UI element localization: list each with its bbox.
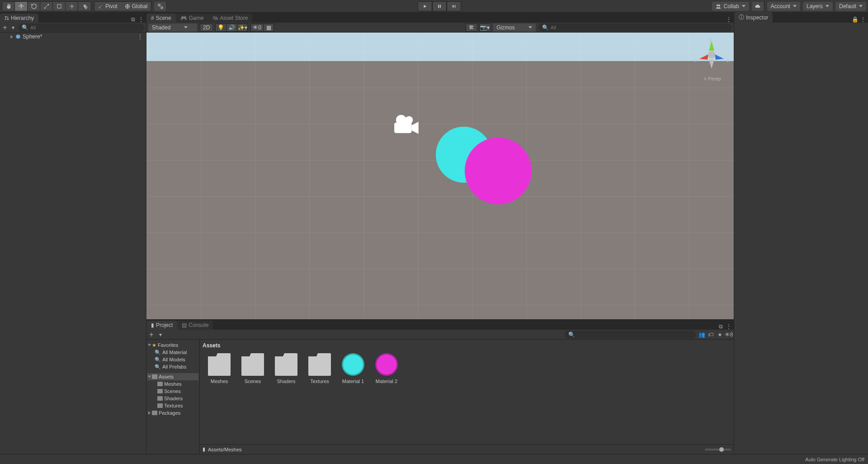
tree-packages[interactable]: Packages <box>147 409 198 417</box>
pivot-toggle[interactable]: Pivot <box>94 2 121 11</box>
asset-item[interactable]: Material 2 <box>375 353 398 384</box>
tree-fav-all-prefabs[interactable]: 🔍All Prefabs <box>147 363 198 370</box>
project-hidden-toggle[interactable]: 👁8 <box>726 331 732 338</box>
tab-hierarchy[interactable]: Hierarchy <box>0 14 38 23</box>
expand-arrow-icon[interactable] <box>11 35 13 38</box>
tree-favorites[interactable]: ★Favorites <box>147 341 198 349</box>
hierarchy-search-input[interactable] <box>30 25 141 30</box>
info-icon: ⓘ <box>739 14 744 21</box>
account-dropdown[interactable]: Account <box>767 2 800 11</box>
rotate-tool[interactable] <box>28 2 40 11</box>
scene-search-input[interactable] <box>551 25 728 30</box>
play-button[interactable] <box>418 1 432 11</box>
asset-item[interactable]: Scenes <box>241 353 264 384</box>
scene-fx-toggle[interactable]: ✨▾ <box>237 24 248 32</box>
project-add-dropdown-icon[interactable]: ▾ <box>157 331 164 338</box>
asset-item[interactable]: Meshes <box>208 353 231 384</box>
svg-marker-19 <box>715 54 724 60</box>
inspector-menu-icon[interactable]: ⋮ <box>860 16 866 23</box>
search-icon: 🔍 <box>22 24 28 31</box>
scale-tool[interactable] <box>40 2 53 11</box>
cloud-button[interactable] <box>752 2 764 11</box>
project-favorite-icon[interactable]: ★ <box>717 331 723 338</box>
folder-icon <box>157 403 163 408</box>
scene-camera-settings[interactable]: 🛠 <box>466 24 476 32</box>
tab-game[interactable]: 🎮 Game <box>176 14 208 23</box>
project-filter-type-icon[interactable]: 👥 <box>698 331 705 338</box>
collab-icon <box>716 4 721 9</box>
hierarchy-item[interactable]: Sphere* ⋮ <box>0 33 146 41</box>
inspector-lock-icon[interactable]: 🔒 <box>852 16 858 23</box>
hierarchy-search[interactable]: 🔍 <box>18 24 144 32</box>
scene-viewport[interactable]: x y z ≡ Persp <box>146 33 734 319</box>
pause-button[interactable] <box>432 1 447 11</box>
toggle-2d[interactable]: 2D <box>200 24 212 32</box>
tree-assets-scenes[interactable]: Scenes <box>147 388 198 395</box>
project-thumbnail-slider[interactable] <box>705 449 731 450</box>
rect-tool[interactable] <box>53 2 66 11</box>
folder-icon: ▮ <box>203 446 205 452</box>
project-search-input[interactable] <box>575 331 692 338</box>
tab-inspector[interactable]: ⓘ Inspector <box>734 12 773 23</box>
tree-assets[interactable]: Assets <box>147 373 198 380</box>
project-add-button[interactable]: + <box>148 331 155 338</box>
inspector-panel: ⓘ Inspector 🔒 ⋮ <box>734 13 868 454</box>
scene-grid <box>146 33 734 319</box>
asset-item[interactable]: Material 1 <box>342 353 364 384</box>
project-filter-label-icon[interactable]: 🏷 <box>708 331 714 338</box>
folder-thumb <box>308 353 331 376</box>
scene-view-toggle[interactable]: 📷▾ <box>479 24 490 32</box>
scene-audio-toggle[interactable]: 🔊 <box>226 24 237 32</box>
hierarchy-popout-icon[interactable]: ⧉ <box>130 16 136 23</box>
hierarchy-menu-icon[interactable]: ⋮ <box>138 16 144 23</box>
orientation-gizmo[interactable]: x y z <box>696 39 727 71</box>
step-button[interactable] <box>447 1 461 11</box>
tab-console[interactable]: ▤ Console <box>177 321 213 330</box>
gizmos-dropdown[interactable]: Gizmos <box>493 24 536 32</box>
game-tab-label: Game <box>189 15 204 21</box>
project-popout-icon[interactable]: ⧉ <box>717 323 724 330</box>
project-menu-icon[interactable]: ⋮ <box>726 323 732 330</box>
custom-tool[interactable] <box>78 2 91 11</box>
tree-fav-all-materials[interactable]: 🔍All Material <box>147 349 198 356</box>
tab-project[interactable]: ▮ Project <box>146 321 177 330</box>
tree-assets-shaders[interactable]: Shaders <box>147 395 198 402</box>
transform-combined-tool[interactable] <box>66 2 78 11</box>
hierarchy-item-menu-icon[interactable]: ⋮ <box>137 33 143 40</box>
scene-menu-icon[interactable]: ⋮ <box>726 16 732 23</box>
project-search[interactable]: 🔍 <box>565 331 696 339</box>
hidden-count: 0 <box>258 24 261 31</box>
svg-rect-4 <box>158 4 160 6</box>
project-breadcrumb[interactable]: Assets <box>200 340 734 351</box>
scene-search[interactable]: 🔍 <box>538 24 732 32</box>
tab-scene[interactable]: # Scene <box>146 14 176 23</box>
projection-label[interactable]: ≡ Persp <box>704 76 721 81</box>
tab-asset-store[interactable]: 🛍 Asset Store <box>208 14 252 23</box>
tree-fav-all-models[interactable]: 🔍All Models <box>147 356 198 363</box>
snap-toggle[interactable] <box>154 2 167 11</box>
top-toolbar: Pivot Global Collab Account Layers Defau… <box>0 0 868 13</box>
layers-dropdown[interactable]: Layers <box>803 2 833 11</box>
playback-controls <box>418 1 461 11</box>
asset-item[interactable]: Textures <box>308 353 331 384</box>
pivot-global-group: Pivot Global <box>94 1 151 11</box>
svg-point-1 <box>71 5 73 7</box>
hand-tool[interactable] <box>2 2 15 11</box>
scene-hidden-toggle[interactable]: 👁0 <box>250 24 263 32</box>
tree-assets-meshes[interactable]: Meshes <box>147 380 198 388</box>
move-tool[interactable] <box>15 2 28 11</box>
global-label: Global <box>132 3 148 9</box>
asset-item[interactable]: Shaders <box>275 353 297 384</box>
layout-dropdown[interactable]: Default <box>835 2 866 11</box>
hierarchy-add-button[interactable]: + <box>2 24 8 31</box>
camera-gizmo-icon[interactable] <box>392 114 420 135</box>
collab-dropdown[interactable]: Collab <box>712 2 749 11</box>
shading-dropdown[interactable]: Shaded <box>148 24 197 32</box>
sphere-magenta[interactable] <box>465 137 532 204</box>
global-toggle[interactable]: Global <box>121 2 151 11</box>
tree-assets-textures[interactable]: Textures <box>147 402 198 409</box>
scene-lighting-toggle[interactable]: 💡 <box>215 24 226 32</box>
axis-z-label: z <box>727 58 729 63</box>
scene-grid-toggle[interactable]: ▦ <box>263 24 274 32</box>
hierarchy-add-dropdown-icon[interactable]: ▾ <box>10 24 16 31</box>
